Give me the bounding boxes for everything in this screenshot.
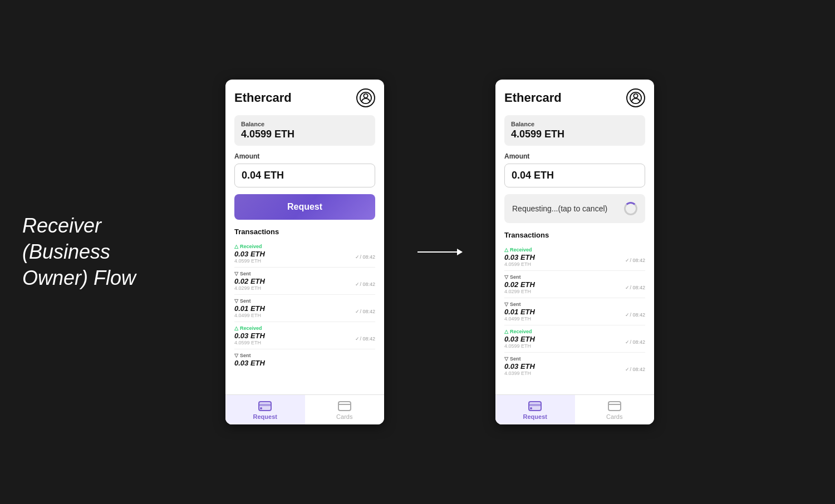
screen-1-transaction-list: △ Received 0.03 ETH 4.0599 ETH ✓/ 08:42 [234, 240, 375, 370]
svg-point-4 [260, 407, 262, 409]
svg-rect-12 [608, 402, 621, 411]
screen-1-amount-input[interactable]: 0.04 ETH [234, 164, 375, 187]
tx-item: △ Received 0.03 ETH 4.0599 ETH ✓/ 08:42 [234, 240, 375, 268]
arrow-line [418, 251, 462, 253]
tx-item: △ Received 0.03 ETH 4.0599 ETH ✓/ 08:42 [504, 244, 645, 271]
screens-container: Ethercard Balance 4.0599 ETH Amoun [225, 80, 654, 424]
tx-row: 0.01 ETH 4.0499 ETH ✓/ 08:42 [504, 308, 645, 322]
svg-point-0 [364, 94, 367, 98]
tx-row: 0.02 ETH 4.0299 ETH ✓/ 08:42 [234, 277, 375, 291]
screen-1-content: Ethercard Balance 4.0599 ETH Amoun [225, 80, 384, 394]
screen-2-balance-card: Balance 4.0599 ETH [504, 115, 645, 146]
tx-item: ▽ Sent 0.01 ETH 4.0499 ETH ✓/ 08:42 [504, 298, 645, 325]
page-container: Receiver (Business Owner) Flow Ethercard [0, 0, 835, 504]
tx-sent-icon: ▽ [504, 356, 508, 362]
nav-request-button-2[interactable]: Request [495, 395, 575, 424]
tx-sent-icon: ▽ [234, 353, 238, 358]
tx-row: 0.03 ETH 4.0599 ETH ✓/ 08:42 [504, 253, 645, 267]
screen-1-title: Ethercard [234, 91, 292, 105]
cards-nav-icon [337, 401, 352, 412]
screen-2-title: Ethercard [504, 91, 562, 105]
cards-nav-icon-2 [607, 401, 622, 412]
screen-1-bottom-nav: Request Cards [225, 394, 384, 424]
flow-label: Receiver (Business Owner) Flow [22, 213, 136, 291]
tx-row: 0.03 ETH 4.0599 ETH ✓/ 08:42 [234, 332, 375, 345]
tx-received-icon: △ [234, 244, 238, 249]
tx-type: ▽ Sent [234, 271, 375, 276]
tx-type: △ Received [234, 244, 375, 249]
screen-1-balance-card: Balance 4.0599 ETH [234, 115, 375, 146]
tx-received-icon: △ [504, 247, 508, 253]
tx-item: ▽ Sent 0.02 ETH 4.0299 ETH ✓/ 08:42 [504, 271, 645, 298]
tx-item: △ Received 0.03 ETH 4.0599 ETH ✓/ 08:42 [234, 322, 375, 349]
nav-cards-button[interactable]: Cards [305, 395, 385, 424]
tx-type: △ Received [234, 325, 375, 331]
tx-sent-icon: ▽ [234, 298, 238, 304]
tx-row: 0.03 ETH [234, 359, 375, 367]
screen-2-requesting-button[interactable]: Requesting...(tap to cancel) [504, 194, 645, 223]
tx-item: ▽ Sent 0.02 ETH 4.0299 ETH ✓/ 08:42 [234, 268, 375, 295]
screen-2-amount-input[interactable]: 0.04 ETH [504, 164, 645, 187]
tx-row: 0.02 ETH 4.0299 ETH ✓/ 08:42 [504, 280, 645, 294]
nav-request-button[interactable]: Request [225, 395, 305, 424]
screen-1-balance-amount: 4.0599 ETH [241, 129, 369, 140]
nav-cards-label: Cards [336, 413, 352, 420]
tx-row: 0.03 ETH 4.0599 ETH ✓/ 08:42 [234, 250, 375, 264]
tx-row: 0.03 ETH 4.0399 ETH ✓/ 08:42 [504, 362, 645, 376]
tx-type: △ Received [504, 247, 645, 253]
svg-rect-10 [529, 404, 541, 406]
requesting-text: Requesting...(tap to cancel) [512, 204, 607, 213]
svg-point-11 [530, 407, 532, 409]
tx-item: ▽ Sent 0.01 ETH 4.0499 ETH ✓/ 08:42 [234, 295, 375, 322]
tx-type: △ Received [504, 329, 645, 334]
tx-sent-icon: ▽ [504, 302, 508, 307]
screen-2-balance-amount: 4.0599 ETH [511, 129, 638, 140]
screen-2-amount-label: Amount [504, 152, 645, 160]
tx-received-icon: △ [234, 325, 238, 331]
tx-row: 0.03 ETH 4.0599 ETH ✓/ 08:42 [504, 335, 645, 349]
screen-2-content: Ethercard Balance 4.0599 ETH Amoun [495, 80, 654, 394]
request-nav-icon-2 [527, 401, 543, 412]
tx-type: ▽ Sent [234, 298, 375, 304]
tx-type: ▽ Sent [504, 302, 645, 307]
screen-2-header: Ethercard [504, 88, 645, 107]
tx-item: ▽ Sent 0.03 ETH [234, 349, 375, 370]
tx-sent-icon: ▽ [234, 271, 238, 276]
loading-spinner [624, 202, 637, 215]
tx-type: ▽ Sent [504, 274, 645, 280]
tx-row: 0.01 ETH 4.0499 ETH ✓/ 08:42 [234, 304, 375, 318]
nav-request-label-2: Request [523, 413, 547, 420]
flow-arrow [418, 251, 462, 253]
screen-1-balance-label: Balance [241, 121, 369, 127]
screen-1: Ethercard Balance 4.0599 ETH Amoun [225, 80, 384, 424]
svg-rect-3 [259, 404, 271, 406]
screen-2-avatar[interactable] [626, 88, 645, 107]
nav-cards-label-2: Cards [606, 413, 622, 420]
nav-request-label: Request [253, 413, 277, 420]
tx-type: ▽ Sent [234, 353, 375, 358]
tx-type: ▽ Sent [504, 356, 645, 362]
screen-1-transactions-label: Transactions [234, 228, 375, 236]
svg-point-7 [633, 94, 637, 98]
request-nav-icon [257, 401, 273, 412]
screen-1-request-button[interactable]: Request [234, 194, 375, 220]
screen-2-transaction-list: △ Received 0.03 ETH 4.0599 ETH ✓/ 08:42 [504, 244, 645, 379]
svg-rect-5 [338, 402, 351, 411]
screen-1-amount-label: Amount [234, 152, 375, 160]
screen-2: Ethercard Balance 4.0599 ETH Amoun [495, 80, 654, 424]
tx-item: △ Received 0.03 ETH 4.0599 ETH ✓/ 08:42 [504, 325, 645, 353]
screen-2-bottom-nav: Request Cards [495, 394, 654, 424]
screen-2-balance-label: Balance [511, 121, 638, 127]
screen-1-avatar[interactable] [356, 88, 375, 107]
screen-1-header: Ethercard [234, 88, 375, 107]
tx-sent-icon: ▽ [504, 274, 508, 280]
tx-received-icon: △ [504, 329, 508, 334]
tx-item: ▽ Sent 0.03 ETH 4.0399 ETH ✓/ 08:42 [504, 353, 645, 379]
nav-cards-button-2[interactable]: Cards [575, 395, 655, 424]
screen-2-transactions-label: Transactions [504, 231, 645, 239]
